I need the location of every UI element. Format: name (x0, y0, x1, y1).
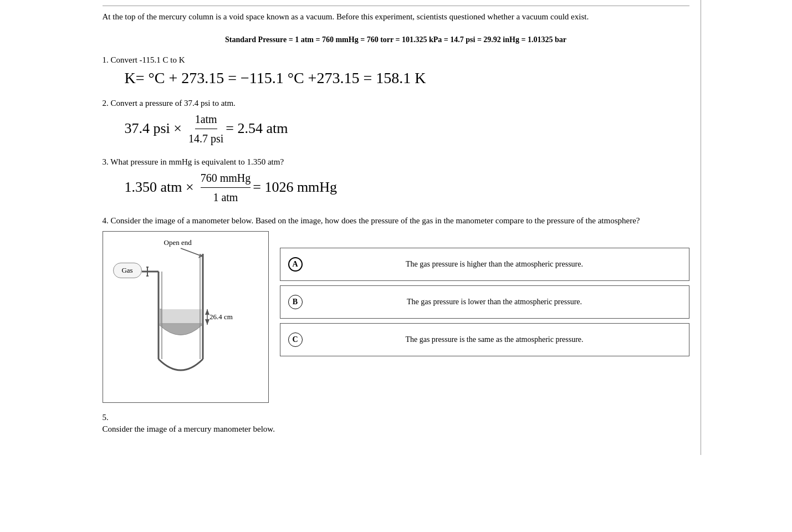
q2-prefix: 37.4 psi × (125, 117, 182, 140)
question-5: 5. Consider the image of a mercury manom… (103, 413, 689, 434)
q1-handwritten: K= °C + 273.15 = −115.1 °C +273.15 = 158… (125, 67, 689, 89)
q2-suffix: = 2.54 atm (226, 117, 288, 140)
q2-handwritten: 37.4 psi × 1atm 14.7 psi = 2.54 atm (125, 110, 689, 147)
question-3: 3. What pressure in mmHg is equivalent t… (103, 157, 689, 206)
svg-text:26.4 cm: 26.4 cm (210, 313, 233, 321)
q4-content: Open end Gas (103, 231, 689, 403)
choice-a-letter[interactable]: A (288, 257, 303, 272)
question-1: 1. Convert -115.1 C to K K= °C + 273.15 … (103, 55, 689, 89)
svg-marker-12 (205, 319, 210, 325)
q3-handwritten: 1.350 atm × 760 mmHg 1 atm = 1026 mmHg (125, 169, 689, 206)
q3-fraction: 760 mmHg 1 atm (201, 169, 251, 206)
answer-choices: A The gas pressure is higher than the at… (280, 248, 689, 403)
choice-c[interactable]: C The gas pressure is the same as the at… (280, 323, 689, 356)
question-2: 2. Convert a pressure of 37.4 psi to atm… (103, 99, 689, 147)
choice-b-letter[interactable]: B (288, 295, 303, 309)
q3-prefix: 1.350 atm × (125, 176, 194, 199)
choice-b[interactable]: B The gas pressure is lower than the atm… (280, 285, 689, 319)
svg-rect-13 (159, 309, 202, 325)
q1-label: 1. Convert -115.1 C to K (103, 55, 689, 65)
q5-number: 5. (103, 413, 689, 422)
q3-suffix: = 1026 mmHg (253, 176, 337, 199)
choice-a[interactable]: A The gas pressure is higher than the at… (280, 248, 689, 281)
standard-pressure-text: Standard Pressure = 1 atm = 760 mmHg = 7… (225, 35, 566, 44)
q4-label: 4. Consider the image of a manometer bel… (103, 216, 689, 226)
q2-fraction: 1atm 14.7 psi (188, 110, 223, 147)
choice-a-text: The gas pressure is higher than the atmo… (308, 259, 681, 270)
svg-marker-11 (205, 309, 210, 315)
q5-subtext: Consider the image of a mercury manomete… (103, 424, 689, 434)
svg-line-6 (181, 248, 200, 255)
manometer-diagram: Open end Gas (103, 231, 269, 403)
standard-pressure-line: Standard Pressure = 1 atm = 760 mmHg = 7… (103, 32, 689, 48)
manometer-svg: 26.4 cm (109, 237, 253, 387)
choice-c-text: The gas pressure is the same as the atmo… (308, 334, 681, 345)
q2-label: 2. Convert a pressure of 37.4 psi to atm… (103, 99, 689, 108)
question-4: 4. Consider the image of a manometer bel… (103, 216, 689, 403)
page-wrapper: At the top of the mercury column is a vo… (91, 0, 701, 455)
intro-paragraph: At the top of the mercury column is a vo… (103, 12, 589, 21)
choice-b-text: The gas pressure is lower than the atmos… (308, 296, 681, 308)
choice-c-letter[interactable]: C (288, 332, 303, 347)
q3-label: 3. What pressure in mmHg is equivalent t… (103, 157, 689, 167)
intro-text: At the top of the mercury column is a vo… (103, 6, 689, 23)
